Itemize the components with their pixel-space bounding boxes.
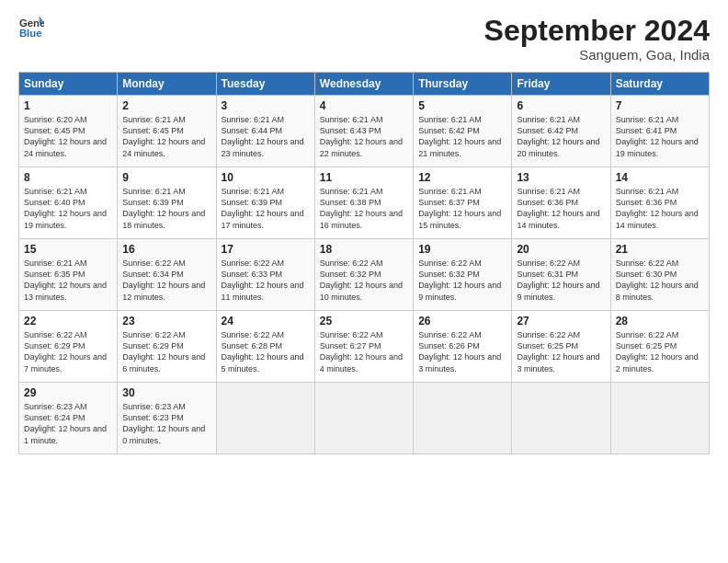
day-cell: 5 Sunrise: 6:21 AMSunset: 6:42 PMDayligh… (414, 96, 512, 167)
day-cell: 25 Sunrise: 6:22 AMSunset: 6:27 PMDaylig… (314, 311, 413, 383)
cell-details: Sunrise: 6:22 AMSunset: 6:30 PMDaylight:… (616, 259, 699, 301)
day-cell: 15 Sunrise: 6:21 AMSunset: 6:35 PMDaylig… (19, 239, 118, 311)
calendar-table: Sunday Monday Tuesday Wednesday Thursday… (18, 72, 710, 454)
day-number: 22 (24, 315, 112, 327)
day-number: 20 (517, 243, 605, 256)
cell-details: Sunrise: 6:21 AMSunset: 6:42 PMDaylight:… (517, 115, 599, 157)
day-cell: 12 Sunrise: 6:21 AMSunset: 6:37 PMDaylig… (414, 167, 512, 239)
cell-details: Sunrise: 6:22 AMSunset: 6:28 PMDaylight:… (222, 330, 304, 373)
day-cell: 13 Sunrise: 6:21 AMSunset: 6:36 PMDaylig… (512, 167, 610, 239)
cell-details: Sunrise: 6:21 AMSunset: 6:36 PMDaylight:… (616, 187, 699, 229)
empty-cell (314, 383, 413, 454)
day-number: 18 (320, 243, 408, 256)
day-cell: 24 Sunrise: 6:22 AMSunset: 6:28 PMDaylig… (216, 311, 314, 383)
col-monday: Monday (118, 73, 216, 96)
location-title: Sanguem, Goa, India (484, 47, 710, 63)
day-cell: 8 Sunrise: 6:21 AMSunset: 6:40 PMDayligh… (19, 167, 118, 239)
empty-cell (216, 383, 314, 454)
day-number: 17 (222, 243, 310, 256)
cell-details: Sunrise: 6:21 AMSunset: 6:44 PMDaylight:… (222, 115, 304, 157)
day-cell: 9 Sunrise: 6:21 AMSunset: 6:39 PMDayligh… (118, 167, 216, 239)
day-cell: 11 Sunrise: 6:21 AMSunset: 6:38 PMDaylig… (314, 167, 413, 239)
cell-details: Sunrise: 6:22 AMSunset: 6:31 PMDaylight:… (517, 259, 599, 301)
day-cell: 6 Sunrise: 6:21 AMSunset: 6:42 PMDayligh… (512, 96, 610, 167)
week-row: 8 Sunrise: 6:21 AMSunset: 6:40 PMDayligh… (19, 167, 710, 239)
day-number: 16 (122, 243, 210, 256)
day-number: 23 (122, 315, 210, 327)
calendar-body: 1 Sunrise: 6:20 AMSunset: 6:45 PMDayligh… (19, 96, 710, 454)
cell-details: Sunrise: 6:21 AMSunset: 6:42 PMDaylight:… (418, 115, 501, 157)
day-cell: 20 Sunrise: 6:22 AMSunset: 6:31 PMDaylig… (512, 239, 610, 311)
day-cell: 7 Sunrise: 6:21 AMSunset: 6:41 PMDayligh… (610, 96, 709, 167)
day-number: 15 (24, 243, 112, 256)
cell-details: Sunrise: 6:22 AMSunset: 6:25 PMDaylight:… (616, 330, 699, 373)
logo-icon: General Blue (18, 15, 44, 40)
day-number: 5 (418, 99, 506, 112)
cell-details: Sunrise: 6:20 AMSunset: 6:45 PMDaylight:… (24, 115, 107, 157)
month-title: September 2024 (484, 15, 710, 47)
cell-details: Sunrise: 6:21 AMSunset: 6:35 PMDaylight:… (24, 259, 107, 301)
cell-details: Sunrise: 6:22 AMSunset: 6:34 PMDaylight:… (122, 259, 205, 301)
day-number: 7 (616, 99, 704, 112)
day-cell: 22 Sunrise: 6:22 AMSunset: 6:29 PMDaylig… (19, 311, 118, 383)
day-number: 11 (320, 171, 408, 184)
col-saturday: Saturday (610, 73, 709, 96)
day-cell: 30 Sunrise: 6:23 AMSunset: 6:23 PMDaylig… (118, 383, 216, 454)
day-number: 10 (222, 171, 310, 184)
cell-details: Sunrise: 6:21 AMSunset: 6:45 PMDaylight:… (122, 115, 205, 157)
cell-details: Sunrise: 6:21 AMSunset: 6:43 PMDaylight:… (320, 115, 403, 157)
day-number: 25 (320, 315, 408, 327)
day-number: 26 (418, 315, 506, 327)
day-cell: 26 Sunrise: 6:22 AMSunset: 6:26 PMDaylig… (414, 311, 512, 383)
col-friday: Friday (512, 73, 610, 96)
day-cell: 29 Sunrise: 6:23 AMSunset: 6:24 PMDaylig… (19, 383, 118, 454)
empty-cell (512, 383, 610, 454)
empty-cell (610, 383, 709, 454)
day-number: 14 (616, 171, 704, 184)
cell-details: Sunrise: 6:21 AMSunset: 6:41 PMDaylight:… (616, 115, 699, 157)
day-number: 21 (616, 243, 704, 256)
col-sunday: Sunday (19, 73, 118, 96)
cell-details: Sunrise: 6:21 AMSunset: 6:36 PMDaylight:… (517, 187, 599, 229)
day-cell: 17 Sunrise: 6:22 AMSunset: 6:33 PMDaylig… (216, 239, 314, 311)
cell-details: Sunrise: 6:22 AMSunset: 6:32 PMDaylight:… (418, 259, 501, 301)
day-cell: 14 Sunrise: 6:21 AMSunset: 6:36 PMDaylig… (610, 167, 709, 239)
header-row-days: Sunday Monday Tuesday Wednesday Thursday… (19, 73, 710, 96)
col-thursday: Thursday (414, 73, 512, 96)
day-cell: 28 Sunrise: 6:22 AMSunset: 6:25 PMDaylig… (610, 311, 709, 383)
week-row: 15 Sunrise: 6:21 AMSunset: 6:35 PMDaylig… (19, 239, 710, 311)
day-number: 12 (418, 171, 506, 184)
day-cell: 23 Sunrise: 6:22 AMSunset: 6:29 PMDaylig… (118, 311, 216, 383)
day-number: 13 (517, 171, 605, 184)
empty-cell (414, 383, 512, 454)
week-row: 22 Sunrise: 6:22 AMSunset: 6:29 PMDaylig… (19, 311, 710, 383)
day-cell: 16 Sunrise: 6:22 AMSunset: 6:34 PMDaylig… (118, 239, 216, 311)
cell-details: Sunrise: 6:23 AMSunset: 6:23 PMDaylight:… (122, 402, 205, 444)
day-number: 4 (320, 99, 408, 112)
day-cell: 19 Sunrise: 6:22 AMSunset: 6:32 PMDaylig… (414, 239, 512, 311)
cell-details: Sunrise: 6:21 AMSunset: 6:39 PMDaylight:… (122, 187, 205, 229)
cell-details: Sunrise: 6:22 AMSunset: 6:29 PMDaylight:… (122, 330, 205, 373)
cell-details: Sunrise: 6:22 AMSunset: 6:33 PMDaylight:… (222, 259, 304, 301)
day-number: 8 (24, 171, 112, 184)
day-number: 30 (122, 386, 210, 399)
cell-details: Sunrise: 6:21 AMSunset: 6:38 PMDaylight:… (320, 187, 403, 229)
title-block: September 2024 Sanguem, Goa, India (484, 15, 710, 63)
day-cell: 3 Sunrise: 6:21 AMSunset: 6:44 PMDayligh… (216, 96, 314, 167)
cell-details: Sunrise: 6:23 AMSunset: 6:24 PMDaylight:… (24, 402, 107, 444)
day-number: 29 (24, 386, 112, 399)
header-row: General Blue September 2024 Sanguem, Goa… (18, 15, 710, 63)
cell-details: Sunrise: 6:22 AMSunset: 6:27 PMDaylight:… (320, 330, 403, 373)
main-container: General Blue September 2024 Sanguem, Goa… (0, 0, 728, 464)
cell-details: Sunrise: 6:22 AMSunset: 6:32 PMDaylight:… (320, 259, 403, 301)
day-number: 19 (418, 243, 506, 256)
day-number: 1 (24, 99, 112, 112)
week-row: 29 Sunrise: 6:23 AMSunset: 6:24 PMDaylig… (19, 383, 710, 454)
day-number: 6 (517, 99, 605, 112)
logo: General Blue (18, 15, 44, 40)
cell-details: Sunrise: 6:21 AMSunset: 6:40 PMDaylight:… (24, 187, 107, 229)
day-number: 27 (517, 315, 605, 327)
cell-details: Sunrise: 6:22 AMSunset: 6:29 PMDaylight:… (24, 330, 107, 373)
cell-details: Sunrise: 6:21 AMSunset: 6:37 PMDaylight:… (418, 187, 501, 229)
day-number: 3 (222, 99, 310, 112)
